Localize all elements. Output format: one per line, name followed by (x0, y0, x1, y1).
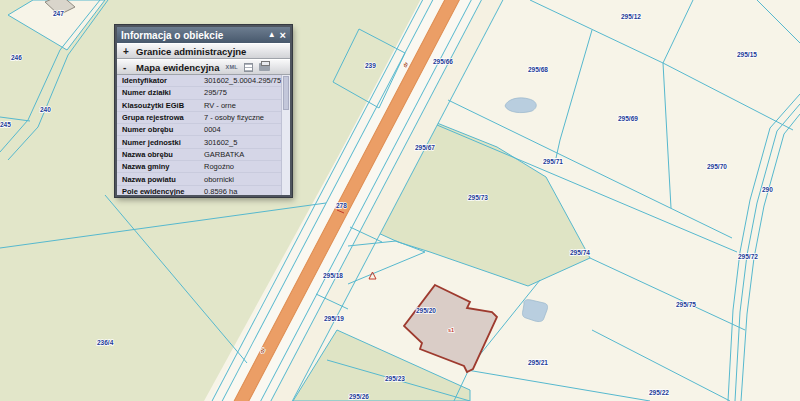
map-label-245: 245 (0, 121, 11, 128)
map-label-295-74: 295/74 (570, 249, 590, 256)
table-row: Numer jednostki301602_5 (117, 136, 290, 148)
map-label-295-12: 295/12 (621, 13, 641, 20)
map-label-295-21: 295/21 (528, 359, 548, 366)
map-label-295-19: 295/19 (324, 315, 344, 322)
section-mapa-ewidencyjna[interactable]: - Mapa ewidencyjna XML (117, 59, 290, 75)
map-label-295-69: 295/69 (618, 115, 638, 122)
table-icon[interactable] (244, 63, 253, 72)
map-label-278: 278 (336, 202, 347, 209)
collapse-section-icon[interactable]: - (123, 62, 130, 73)
info-panel: Informacja o obiekcie ▲ × + Granice admi… (115, 25, 292, 197)
map-label-295-23: 295/23 (385, 375, 405, 382)
table-row: Grupa rejestrowa7 - osoby fizyczne (117, 112, 290, 124)
map-label-295-20: 295/20 (416, 307, 436, 314)
map-label-295-67: 295/67 (415, 144, 435, 151)
table-row: Numer obrębu0004 (117, 124, 290, 136)
collapse-icon[interactable]: ▲ (268, 31, 276, 39)
print-icon[interactable] (259, 63, 270, 71)
xml-export-icon[interactable]: XML (225, 64, 238, 70)
section-label: Mapa ewidencyjna (136, 62, 219, 73)
table-row: Numer działki295/75 (117, 87, 290, 99)
table-row: Pole ewidencyjne0.8596 ha (117, 186, 290, 197)
panel-header[interactable]: Informacja o obiekcie ▲ × (117, 27, 290, 43)
table-row: Nazwa gminyRogoźno (117, 161, 290, 173)
table-row: Klasoużytki EGiBRV - orne (117, 100, 290, 112)
map-label-s1: s1 (448, 327, 454, 333)
map-label-295-70: 295/70 (707, 163, 727, 170)
scrollbar-thumb[interactable] (283, 76, 289, 110)
map-label-247: 247 (53, 10, 64, 17)
map-label-295-73: 295/73 (468, 194, 488, 201)
table-row: Nazwa powiatuobornicki (117, 173, 290, 185)
map-label-290: 290 (762, 186, 773, 193)
map-label-295-66: 295/66 (433, 58, 453, 65)
pond-south (522, 300, 547, 322)
map-label-295-22: 295/22 (649, 389, 669, 396)
panel-title: Informacja o obiekcie (121, 30, 268, 41)
map-label-239: 239 (365, 62, 376, 69)
map-label-295-72: 295/72 (738, 253, 758, 260)
map-label-295-71: 295/71 (543, 158, 563, 165)
map-label-246: 246 (11, 54, 22, 61)
map-viewer: 247246240245236/4239278295/66295/12295/1… (0, 0, 800, 401)
map-label-295-18: 295/18 (323, 272, 343, 279)
table-row: Identyfikator301602_5.0004.295/75 (117, 75, 290, 87)
close-icon[interactable]: × (280, 31, 286, 40)
map-label-236-4: 236/4 (97, 339, 114, 346)
attribute-table: Identyfikator301602_5.0004.295/75 Numer … (117, 75, 290, 197)
map-label-240: 240 (40, 106, 51, 113)
map-label-295-26: 295/26 (349, 393, 369, 400)
table-row: Nazwa obrębuGARBATKA (117, 149, 290, 161)
section-granice-administracyjne[interactable]: + Granice administracyjne (117, 43, 290, 59)
map-label-295-68: 295/68 (528, 66, 548, 73)
scrollbar[interactable] (281, 75, 290, 197)
map-label-295-15: 295/15 (737, 51, 757, 58)
map-label-295-75: 295/75 (676, 301, 696, 308)
expand-icon[interactable]: + (123, 46, 130, 57)
section-label: Granice administracyjne (136, 46, 246, 57)
